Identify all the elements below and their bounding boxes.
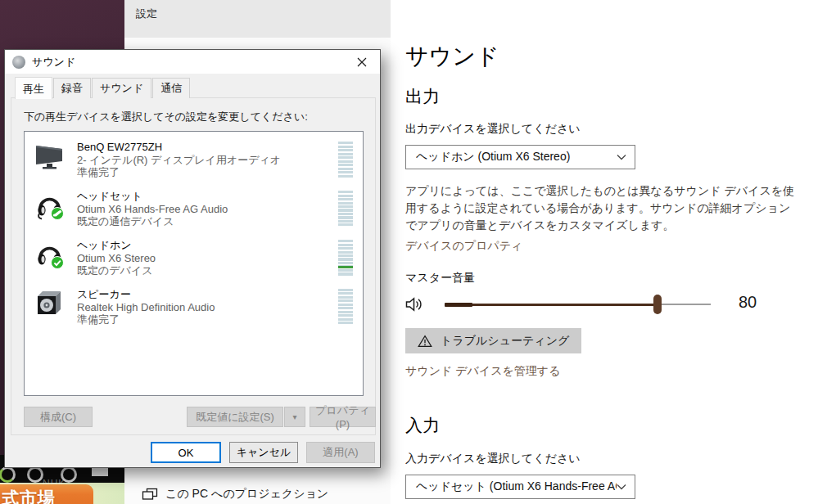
dialog-title: サウンド: [32, 55, 75, 70]
input-device-dropdown[interactable]: ヘッドセット (Otium X6 Hands-Free AG...: [405, 475, 635, 499]
cancel-button[interactable]: キャンセル: [229, 442, 298, 463]
monitor-icon: [34, 142, 64, 171]
phone-icon: [52, 208, 63, 219]
device-detail: Realtek High Definition Audio: [77, 301, 215, 313]
input-device-label: 入力デバイスを選択してください: [405, 452, 581, 466]
level-meter: [338, 191, 353, 227]
set-default-dropdown-arrow[interactable]: ▾: [284, 407, 305, 427]
slider-left-segment: [445, 303, 472, 307]
tab-playback[interactable]: 再生: [15, 77, 52, 99]
settings-main-pane: サウンド 出力 出力デバイスを選択してください ヘッドホン (Otium X6 …: [391, 0, 827, 504]
troubleshoot-button-label: トラブルシューティング: [441, 334, 569, 349]
master-volume-row: 80: [405, 293, 815, 317]
tab-sounds[interactable]: サウンド: [92, 78, 151, 98]
webpage-circle-icon: [27, 466, 43, 483]
input-device-value: ヘッドセット (Otium X6 Hands-Free AG...: [416, 479, 617, 494]
warning-icon: [418, 335, 432, 348]
master-volume-slider[interactable]: [445, 293, 711, 316]
level-meter: [338, 289, 353, 326]
device-row-headphones[interactable]: ヘッドホン Otium X6 Stereo 既定のデバイス: [25, 236, 363, 286]
close-icon: [357, 57, 367, 67]
manage-sound-devices-link[interactable]: サウンド デバイスを管理する: [405, 364, 561, 379]
tab-communications[interactable]: 通信: [152, 78, 190, 98]
tab-recording[interactable]: 録音: [53, 78, 91, 98]
chevron-down-icon: [617, 484, 626, 490]
device-name: BenQ EW2775ZH: [77, 140, 281, 154]
device-row-speakers[interactable]: スピーカー Realtek High Definition Audio 準備完了: [25, 286, 363, 335]
apply-button[interactable]: 適用(A): [306, 442, 375, 463]
device-detail: 2- インテル(R) ディスプレイ用オーディオ: [77, 154, 281, 166]
level-meter: [338, 240, 353, 277]
settings-titlebar: 設定: [124, 0, 391, 38]
projection-icon: [142, 488, 158, 501]
sound-dialog-icon: [12, 56, 25, 69]
output-device-value: ヘッドホン (Otium X6 Stereo): [416, 150, 617, 164]
speaker-icon: [34, 289, 64, 318]
settings-window-title: 設定: [136, 7, 157, 21]
default-device-badge: [51, 256, 64, 269]
device-status: 準備完了: [77, 166, 281, 178]
device-name: ヘッドホン: [77, 238, 156, 252]
device-status: 既定のデバイス: [77, 264, 156, 277]
default-communication-badge: [51, 207, 64, 220]
dialog-titlebar[interactable]: サウンド: [5, 50, 380, 74]
playback-tab-page: 下の再生デバイスを選択してその設定を変更してください: BenQ EW2775Z…: [11, 97, 376, 435]
device-detail: Otium X6 Hands-Free AG Audio: [77, 203, 228, 215]
device-detail: Otium X6 Stereo: [77, 252, 156, 264]
configure-button[interactable]: 構成(C): [24, 407, 93, 427]
check-icon: [52, 257, 63, 268]
output-device-label: 出力デバイスを選択してください: [405, 122, 581, 137]
playback-device-list[interactable]: BenQ EW2775ZH 2- インテル(R) ディスプレイ用オーディオ 準備…: [24, 131, 364, 396]
device-name: ヘッドセット: [77, 189, 228, 203]
level-meter: [338, 142, 353, 178]
level-meter-active-segment: [338, 266, 353, 268]
sidebar-item-projecting-to-pc[interactable]: この PC へのプロジェクション: [124, 484, 391, 504]
output-device-dropdown[interactable]: ヘッドホン (Otium X6 Stereo): [405, 145, 635, 169]
master-volume-value: 80: [739, 293, 757, 312]
device-status: 既定の通信デバイス: [77, 215, 228, 227]
playback-instruction: 下の再生デバイスを選択してその設定を変更してください:: [24, 110, 308, 124]
volume-slider-thumb[interactable]: [653, 295, 662, 314]
close-button[interactable]: [343, 50, 380, 74]
dialog-tab-strip: 再生 録音 サウンド 通信: [15, 80, 191, 98]
speaker-volume-icon: [405, 296, 425, 313]
input-section-heading: 入力: [405, 414, 440, 437]
master-volume-label: マスター音量: [405, 271, 475, 286]
page-title: サウンド: [405, 41, 499, 72]
webpage-headline-badge: 式市場: [0, 484, 93, 504]
properties-button[interactable]: プロパティ(P): [310, 407, 376, 427]
device-properties-link[interactable]: デバイスのプロパティ: [405, 239, 522, 254]
set-default-button[interactable]: 既定値に設定(S): [187, 407, 283, 427]
output-description-text: アプリによっては、ここで選択したものとは異なるサウンド デバイスを使用するように…: [405, 182, 797, 234]
device-status: 準備完了: [77, 313, 215, 326]
sound-dialog: サウンド 再生 録音 サウンド 通信 下の再生デバイスを選択してその設定を変更し…: [4, 49, 381, 468]
ok-button[interactable]: OK: [151, 442, 221, 463]
output-section-heading: 出力: [405, 85, 440, 108]
webpage-circle-icon: [0, 466, 16, 483]
volume-slider-fill: [445, 304, 658, 306]
device-row-headset[interactable]: ヘッドセット Otium X6 Hands-Free AG Audio 既定の通…: [25, 187, 363, 236]
troubleshoot-button[interactable]: トラブルシューティング: [405, 328, 581, 353]
sidebar-item-label: この PC へのプロジェクション: [165, 487, 328, 502]
device-row-benq[interactable]: BenQ EW2775ZH 2- インテル(R) ディスプレイ用オーディオ 準備…: [25, 138, 363, 187]
webpage-headline-text: 式市場: [2, 487, 56, 504]
device-name: スピーカー: [77, 287, 215, 301]
chevron-down-icon: [617, 154, 626, 160]
